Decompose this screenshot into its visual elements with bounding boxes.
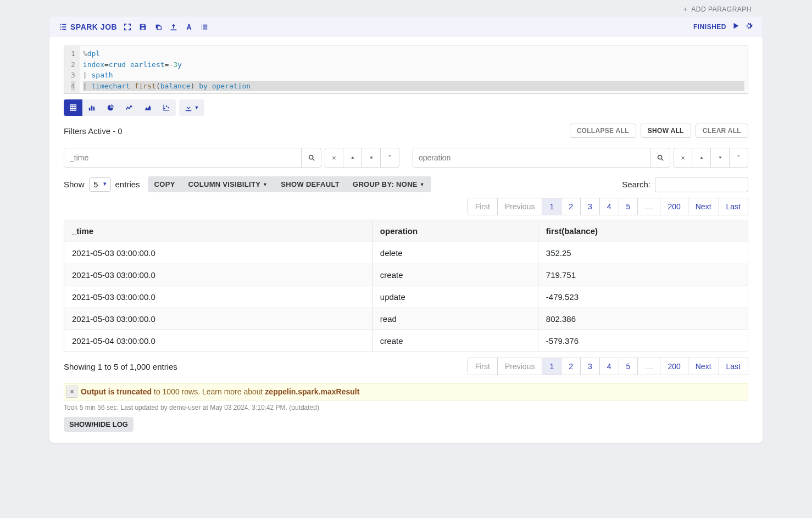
- page-size-select[interactable]: 5: [89, 177, 111, 192]
- pie-chart-icon[interactable]: [101, 99, 120, 116]
- add-paragraph-bar[interactable]: + ADD PARAGRAPH: [0, 0, 812, 16]
- close-icon[interactable]: ×: [66, 386, 77, 398]
- col-filter-operation: × ˅: [413, 148, 748, 168]
- add-paragraph-label: ADD PARAGRAPH: [691, 5, 752, 13]
- download-button[interactable]: ▼: [179, 99, 204, 116]
- page-last[interactable]: Last: [719, 358, 748, 375]
- gutter: 1 2 3 4: [64, 46, 80, 93]
- gear-icon[interactable]: [745, 22, 753, 31]
- table-action-buttons: COPY COLUMN VISIBILITY▼ SHOW DEFAULT GRO…: [148, 176, 431, 192]
- save-icon[interactable]: [139, 23, 147, 31]
- group-by-button[interactable]: GROUP BY: NONE▼: [346, 176, 431, 192]
- sort-desc-icon[interactable]: [711, 148, 730, 168]
- title-text: SPARK JOB: [70, 23, 117, 31]
- page-1[interactable]: 1: [542, 358, 561, 375]
- sort-asc-icon[interactable]: [343, 148, 362, 168]
- svg-rect-5: [93, 107, 95, 110]
- col-operation[interactable]: operation: [372, 220, 538, 242]
- page-4[interactable]: 4: [600, 358, 619, 375]
- page-3[interactable]: 3: [581, 358, 600, 375]
- sort-desc-icon[interactable]: [362, 148, 381, 168]
- page-5[interactable]: 5: [619, 198, 638, 215]
- status-label: FINISHED: [693, 23, 726, 31]
- toolbar-icons: [124, 23, 208, 31]
- page-previous[interactable]: Previous: [498, 358, 542, 375]
- column-visibility-button[interactable]: COLUMN VISIBILITY▼: [182, 176, 275, 192]
- code-lines[interactable]: %dpl index=crud earliest=-3y | spath | t…: [80, 46, 748, 93]
- chevron-down-icon[interactable]: ˅: [381, 148, 399, 168]
- code-editor[interactable]: 1 2 3 4 %dpl index=crud earliest=-3y | s…: [64, 46, 748, 94]
- page-200[interactable]: 200: [660, 198, 688, 215]
- copy-button[interactable]: COPY: [148, 176, 182, 192]
- col-filter-time: × ˅: [64, 148, 399, 168]
- column-filters: × ˅ × ˅: [64, 148, 748, 168]
- filter-sort-buttons-operation: × ˅: [674, 148, 748, 168]
- list-icon[interactable]: [201, 23, 208, 31]
- table-view-icon[interactable]: [64, 99, 82, 116]
- chevron-down-icon[interactable]: ˅: [730, 148, 748, 168]
- scatter-chart-icon[interactable]: [157, 99, 176, 116]
- page-first[interactable]: First: [468, 358, 498, 375]
- filter-input-operation: [413, 148, 670, 168]
- area-chart-icon[interactable]: [138, 99, 157, 116]
- play-icon[interactable]: [732, 22, 739, 31]
- page-next[interactable]: Next: [688, 198, 719, 215]
- search-input[interactable]: [655, 177, 748, 192]
- page-200[interactable]: 200: [660, 358, 688, 375]
- expand-icon[interactable]: [124, 23, 131, 31]
- chevron-down-icon: ▼: [194, 105, 199, 110]
- filter-operation-field[interactable]: [413, 148, 650, 167]
- sort-asc-icon[interactable]: [692, 148, 711, 168]
- clear-filter-icon[interactable]: ×: [674, 148, 692, 168]
- paragraph-card: SPARK JOB FINISHED 1 2 3 4: [49, 16, 763, 443]
- entries-label: entries: [115, 180, 140, 189]
- table-cell: 2021-05-03 03:00:00.0: [64, 286, 372, 308]
- table-row: 2021-05-03 03:00:00.0create719.751: [64, 264, 748, 286]
- table-cell: -579.376: [538, 330, 748, 352]
- show-all-button[interactable]: SHOW ALL: [641, 124, 691, 138]
- page-5[interactable]: 5: [619, 358, 638, 375]
- page-size-select-wrap: 5: [89, 177, 111, 192]
- page-3[interactable]: 3: [581, 198, 600, 215]
- download-icon: [185, 104, 192, 112]
- font-icon[interactable]: [185, 23, 193, 31]
- table-row: 2021-05-03 03:00:00.0read802.386: [64, 308, 748, 330]
- page-previous[interactable]: Previous: [498, 198, 542, 215]
- table-row: 2021-05-03 03:00:00.0update-479.523: [64, 286, 748, 308]
- alert-text: Output is truncated to 1000 rows. Learn …: [81, 387, 359, 396]
- clear-filter-icon[interactable]: ×: [325, 148, 343, 168]
- col-first-balance[interactable]: first(balance): [538, 220, 748, 242]
- page-ellipsis: …: [638, 358, 660, 375]
- page-1[interactable]: 1: [542, 198, 561, 215]
- table-header-row: _time operation first(balance): [64, 220, 748, 242]
- page-next[interactable]: Next: [688, 358, 719, 375]
- search-label: Search:: [622, 180, 650, 189]
- filter-time-field[interactable]: [64, 148, 301, 167]
- pagination-bottom: First Previous 1 2 3 4 5 … 200 Next Last: [468, 358, 748, 375]
- table-row: 2021-05-04 03:00:00.0create-579.376: [64, 330, 748, 352]
- svg-point-8: [168, 107, 169, 109]
- header-right: FINISHED: [693, 22, 753, 31]
- table-row: 2021-05-03 03:00:00.0delete352.25: [64, 242, 748, 264]
- show-default-button[interactable]: SHOW DEFAULT: [274, 176, 346, 192]
- clear-all-button[interactable]: CLEAR ALL: [696, 124, 748, 138]
- svg-point-7: [166, 105, 168, 107]
- page-2[interactable]: 2: [561, 358, 581, 375]
- page-2[interactable]: 2: [561, 198, 581, 215]
- page-last[interactable]: Last: [719, 198, 748, 215]
- search-icon[interactable]: [301, 148, 321, 167]
- show-hide-log-button[interactable]: SHOW/HIDE LOG: [64, 417, 134, 432]
- copy-icon[interactable]: [154, 23, 162, 31]
- table-cell: 802.386: [538, 308, 748, 330]
- svg-rect-3: [89, 108, 91, 110]
- upload-icon[interactable]: [170, 23, 177, 31]
- meta-line: Took 5 min 56 sec. Last updated by demo-…: [64, 404, 748, 411]
- page-first[interactable]: First: [468, 198, 498, 215]
- filters-row: Filters Active - 0 COLLAPSE ALL SHOW ALL…: [64, 124, 748, 138]
- col-time[interactable]: _time: [64, 220, 372, 242]
- page-4[interactable]: 4: [600, 198, 619, 215]
- search-icon[interactable]: [650, 148, 670, 167]
- bar-chart-icon[interactable]: [82, 99, 101, 116]
- collapse-all-button[interactable]: COLLAPSE ALL: [570, 124, 636, 138]
- line-chart-icon[interactable]: [120, 99, 138, 116]
